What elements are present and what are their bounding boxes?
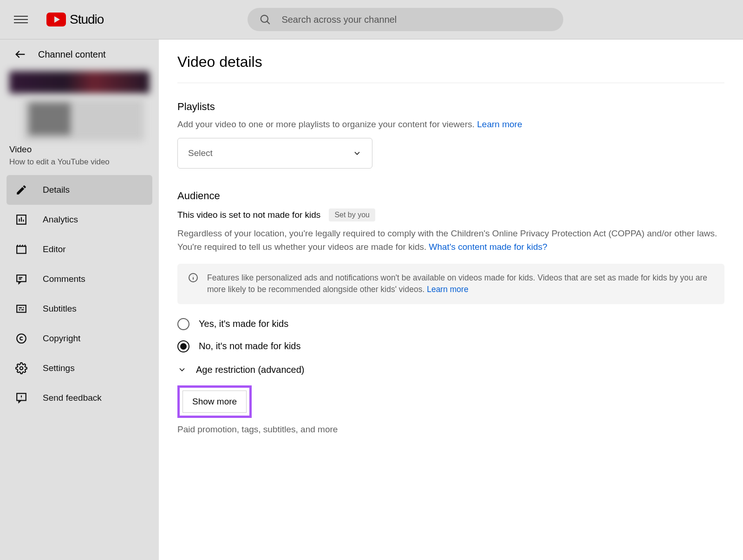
sidebar-item-settings[interactable]: Settings (0, 353, 159, 383)
svg-rect-12 (17, 275, 26, 281)
audience-header: Audience (177, 190, 724, 202)
radio-label: Yes, it's made for kids (199, 319, 288, 329)
header: Studio Search across your channel (0, 0, 743, 39)
channel-banner-blur (9, 71, 150, 93)
audience-kids-link[interactable]: What's content made for kids? (429, 242, 547, 252)
main-content: Video details Playlists Add your video t… (159, 39, 743, 560)
playlists-desc: Add your video to one or more playlists … (177, 119, 724, 130)
sidebar-item-label: Comments (43, 274, 85, 284)
sidebar-item-comments[interactable]: Comments (0, 264, 159, 294)
svg-point-0 (261, 15, 268, 22)
analytics-icon (14, 212, 29, 227)
feedback-icon (14, 391, 29, 405)
chevron-down-icon (352, 149, 362, 158)
back-row[interactable]: Channel content (0, 48, 159, 71)
show-more-button[interactable]: Show more (182, 391, 247, 413)
age-restriction-label: Age restriction (advanced) (196, 365, 304, 375)
playlists-header: Playlists (177, 101, 724, 113)
svg-rect-7 (17, 247, 26, 254)
select-label: Select (188, 148, 213, 158)
radio-label: No, it's not made for kids (199, 341, 300, 352)
sidebar-item-label: Details (43, 185, 70, 195)
search-placeholder: Search across your channel (281, 14, 397, 25)
svg-line-1 (267, 21, 270, 24)
back-title: Channel content (38, 49, 106, 60)
video-thumbnail-blur (23, 99, 144, 141)
search-input[interactable]: Search across your channel (248, 8, 563, 31)
copyright-icon (14, 331, 29, 346)
sidebar: Channel content Video How to edit a YouT… (0, 39, 159, 560)
playlists-select[interactable]: Select (177, 138, 372, 169)
sidebar-item-details[interactable]: Details (7, 175, 152, 205)
sidebar-item-copyright[interactable]: Copyright (0, 324, 159, 353)
info-learn-link[interactable]: Learn more (427, 285, 469, 294)
sidebar-item-feedback[interactable]: Send feedback (0, 383, 159, 413)
radio-no-kids[interactable]: No, it's not made for kids (177, 340, 724, 352)
youtube-play-icon (46, 13, 66, 26)
audience-desc: Regardless of your location, you're lega… (177, 227, 724, 254)
sidebar-item-subtitles[interactable]: Subtitles (0, 294, 159, 324)
video-your-label: Video (9, 144, 150, 155)
sidebar-item-label: Copyright (43, 333, 80, 344)
chevron-down-icon (177, 365, 187, 374)
svg-rect-15 (17, 305, 26, 312)
menu-button[interactable] (14, 13, 28, 26)
sidebar-item-label: Editor (43, 244, 66, 254)
pencil-icon (14, 182, 29, 197)
show-more-subtitle: Paid promotion, tags, subtitles, and mor… (177, 424, 724, 435)
info-icon (188, 272, 199, 283)
sidebar-item-label: Send feedback (43, 393, 102, 403)
sidebar-item-editor[interactable]: Editor (0, 234, 159, 264)
page-title: Video details (177, 53, 724, 83)
gear-icon (14, 361, 29, 376)
sidebar-item-label: Analytics (43, 215, 78, 225)
svg-point-21 (20, 367, 23, 370)
sidebar-item-label: Subtitles (43, 304, 77, 314)
sidebar-nav: Details Analytics Editor Comments Subtit… (0, 175, 159, 413)
radio-yes-kids[interactable]: Yes, it's made for kids (177, 318, 724, 330)
studio-logo[interactable]: Studio (46, 12, 104, 27)
sidebar-item-analytics[interactable]: Analytics (0, 205, 159, 234)
age-restriction-toggle[interactable]: Age restriction (advanced) (177, 365, 724, 375)
comments-icon (14, 272, 29, 287)
video-title: How to edit a YouTube video (9, 157, 150, 167)
radio-icon-selected (177, 340, 189, 352)
audience-info-box: Features like personalized ads and notif… (177, 264, 724, 304)
svg-point-20 (17, 334, 26, 343)
audience-status: This video is set to not made for kids (177, 210, 320, 220)
show-more-highlight: Show more (177, 385, 252, 418)
radio-icon (177, 318, 189, 330)
search-icon (259, 13, 271, 26)
sidebar-item-label: Settings (43, 363, 75, 373)
set-by-you-badge: Set by you (329, 208, 375, 221)
editor-icon (14, 242, 29, 257)
subtitles-icon (14, 301, 29, 316)
logo-text: Studio (70, 12, 104, 27)
playlists-learn-link[interactable]: Learn more (477, 119, 522, 129)
back-arrow-icon (14, 48, 27, 61)
